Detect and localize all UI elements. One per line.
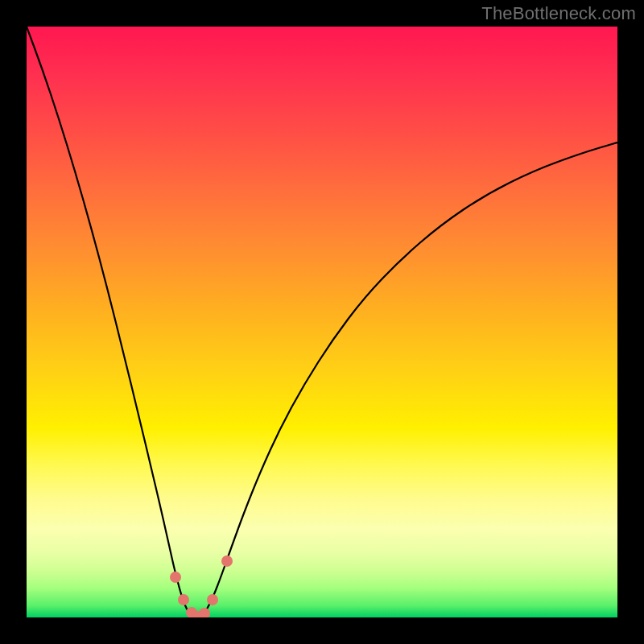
data-marker (178, 594, 189, 605)
plot-area (27, 27, 617, 617)
marker-group (170, 555, 233, 617)
chart-frame: TheBottleneck.com (0, 0, 644, 644)
data-marker (221, 555, 233, 567)
data-marker (170, 572, 181, 583)
markers-svg (27, 27, 617, 617)
data-marker (207, 594, 218, 605)
data-marker (199, 608, 210, 617)
watermark-text: TheBottleneck.com (481, 3, 636, 24)
